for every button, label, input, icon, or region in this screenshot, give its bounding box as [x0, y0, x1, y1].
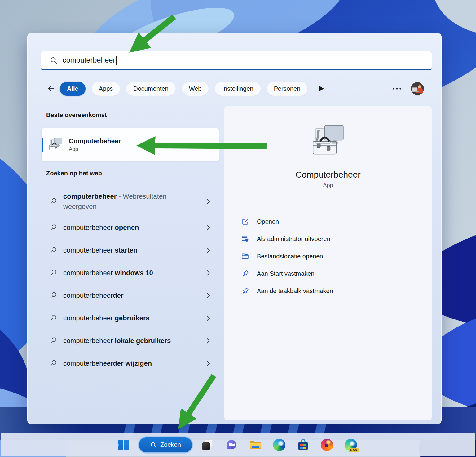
tab-personen[interactable]: Personen [267, 82, 308, 96]
best-match-heading: Beste overeenkomst [46, 112, 107, 119]
suggestion-text: computerbeheer windows 10 [63, 268, 190, 278]
filter-tabs: Alle Apps Documenten Web Instellingen Pe… [41, 80, 429, 97]
folder-icon [241, 252, 249, 261]
taskbar: Zoeken [1, 433, 475, 456]
selection-accent [42, 138, 43, 152]
action-label: Openen [257, 218, 279, 225]
tab-documenten[interactable]: Documenten [126, 82, 175, 96]
chevron-right-icon [205, 360, 212, 367]
result-subtitle: App [69, 146, 121, 152]
tabs-overflow-button[interactable] [317, 84, 326, 93]
avatar-laptop-base [412, 91, 419, 92]
web-suggestion[interactable]: computerbeheer openen [42, 216, 219, 239]
taskbar-search-button[interactable]: Zoeken [138, 437, 193, 453]
search-icon [50, 246, 58, 254]
arrow-left-icon [47, 84, 55, 93]
search-icon [50, 314, 58, 322]
web-suggestion[interactable]: computerbeheerder wijzigen [42, 352, 219, 375]
chevron-right-icon [205, 224, 212, 231]
store-button[interactable] [297, 438, 310, 451]
result-title: Computerbeheer [69, 137, 121, 145]
best-match-result[interactable]: Computerbeheer App [42, 128, 219, 161]
app-detail-title: Computerbeheer [224, 170, 432, 180]
taskbar-search-label: Zoeken [160, 441, 181, 448]
web-suggestions: computerbeheer - Webresultaten weergeven… [42, 187, 219, 375]
app-actions: Openen Als administrator uitvoeren [224, 213, 432, 300]
chat-icon [225, 439, 238, 451]
app-detail-panel: Computerbeheer App Openen [224, 106, 432, 420]
chevron-right-icon [205, 292, 212, 299]
windows-logo-icon [118, 439, 130, 451]
chevron-right-icon [205, 198, 212, 205]
web-suggestion[interactable]: computerbeheer windows 10 [42, 261, 219, 284]
search-icon [50, 269, 58, 277]
suggestion-text: computerbeheer lokale gebruikers [63, 336, 190, 346]
action-open[interactable]: Openen [241, 213, 432, 230]
search-icon [50, 359, 58, 367]
search-query-text: computerbeheer [63, 56, 115, 64]
tab-web[interactable]: Web [182, 82, 209, 96]
tab-alle[interactable]: Alle [60, 82, 86, 96]
microsoft-store-icon [297, 438, 310, 451]
start-button[interactable] [117, 438, 130, 451]
edge-button[interactable] [273, 438, 286, 451]
task-view-button[interactable] [201, 438, 214, 451]
action-label: Bestandslocatie openen [257, 253, 323, 260]
web-search-heading: Zoeken op het web [46, 170, 102, 177]
search-window: computerbeheer Alle Apps Documenten Web … [27, 33, 442, 424]
search-icon [50, 337, 58, 345]
suggestion-text: computerbeheer - Webresultaten weergeven [63, 191, 190, 212]
file-explorer-icon [249, 438, 262, 451]
divider [232, 203, 424, 203]
suggestion-text: computerbeheerder wijzigen [63, 358, 190, 368]
tab-apps[interactable]: Apps [92, 82, 120, 96]
action-label: Aan de taakbalk vastmaken [257, 288, 333, 295]
pin-icon [241, 287, 249, 295]
suggestion-text: computerbeheerder [63, 290, 190, 301]
computer-management-app-icon [48, 137, 64, 152]
open-external-icon [241, 218, 249, 226]
web-suggestion[interactable]: computerbeheer starten [42, 239, 219, 261]
search-icon [50, 197, 58, 205]
ellipsis-icon [392, 87, 402, 90]
action-label: Als administrator uitvoeren [257, 235, 330, 243]
chevron-right-icon [205, 247, 212, 254]
text-caret [116, 56, 117, 65]
user-avatar[interactable] [411, 82, 424, 95]
web-suggestion[interactable]: computerbeheerder [42, 284, 219, 307]
play-icon [319, 86, 324, 92]
canary-badge: CAN [349, 448, 359, 452]
avatar-laptop [412, 87, 417, 92]
tab-instellingen[interactable]: Instellingen [215, 82, 260, 96]
pin-icon [241, 270, 249, 278]
web-suggestion[interactable]: computerbeheer lokale gebruikers [42, 329, 219, 352]
chat-button[interactable] [225, 438, 238, 451]
suggestion-text: computerbeheer openen [63, 222, 190, 233]
screen: computerbeheer Alle Apps Documenten Web … [0, 0, 476, 457]
admin-shield-icon [241, 235, 249, 243]
edge-canary-button[interactable]: CAN [344, 438, 357, 451]
edge-icon [273, 439, 285, 451]
app-detail-subtitle: App [224, 182, 432, 189]
action-pin-to-taskbar[interactable]: Aan de taakbalk vastmaken [241, 282, 432, 300]
web-suggestion[interactable]: computerbeheer gebruikers [42, 307, 219, 329]
search-icon [50, 56, 58, 64]
suggestion-text: computerbeheer gebruikers [63, 313, 190, 323]
back-button[interactable] [45, 82, 57, 95]
chevron-right-icon [205, 269, 212, 277]
search-input[interactable]: computerbeheer [41, 51, 432, 70]
web-suggestion[interactable]: computerbeheer - Webresultaten weergeven [42, 187, 219, 216]
search-icon [50, 224, 58, 232]
search-icon [150, 442, 157, 448]
file-explorer-button[interactable] [249, 438, 262, 451]
firefox-icon [321, 439, 333, 451]
action-open-file-location[interactable]: Bestandslocatie openen [241, 248, 432, 265]
firefox-button[interactable] [320, 438, 333, 451]
suggestion-text: computerbeheer starten [63, 245, 190, 255]
action-run-as-admin[interactable]: Als administrator uitvoeren [241, 230, 432, 248]
action-pin-to-start[interactable]: Aan Start vastmaken [241, 265, 432, 282]
search-icon [50, 292, 58, 300]
more-options-button[interactable] [392, 87, 402, 90]
chevron-right-icon [205, 314, 212, 322]
computer-management-app-icon-large [310, 123, 347, 160]
